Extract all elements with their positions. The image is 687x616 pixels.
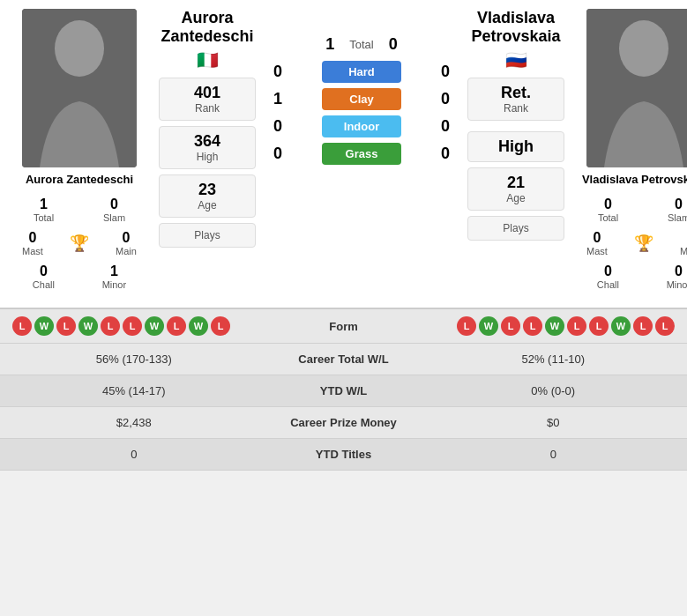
form-badge-l: L: [101, 316, 120, 336]
left-total-score: 1: [321, 35, 339, 54]
stats-left-2: $2,438: [12, 416, 256, 429]
form-badge-w: W: [78, 316, 98, 336]
indoor-row: 0 Indoor 0: [269, 115, 454, 137]
right-minor-stat: 0 Minor: [667, 263, 687, 290]
right-age-box: 21 Age: [467, 167, 564, 211]
right-player-name: Vladislava Petrovskaia: [582, 173, 687, 186]
form-badge-w: W: [34, 316, 54, 336]
form-badge-l: L: [56, 316, 76, 336]
svg-point-1: [55, 20, 104, 77]
stats-center-2: Career Prize Money: [256, 416, 432, 429]
right-high-box: High: [467, 131, 564, 162]
left-rank-label: Rank: [168, 102, 246, 115]
form-badge-w: W: [145, 316, 164, 336]
left-player-name: Aurora Zantedeschi: [26, 173, 133, 186]
left-player-avatar: [22, 9, 137, 167]
svg-point-3: [619, 20, 668, 77]
left-chall-stat: 0 Chall: [33, 263, 55, 290]
right-player-card: Vladislava Petrovskaia 0 Total 0 Slam 0: [573, 9, 687, 290]
right-trophy-row: 0 Mast 🏆 0 Main: [573, 230, 687, 256]
form-badge-w: W: [189, 316, 208, 336]
form-badge-w: W: [611, 316, 631, 336]
form-badge-l: L: [167, 316, 186, 336]
form-badge-l: L: [589, 316, 609, 336]
right-center-name: Vladislava Petrovskaia: [467, 9, 564, 46]
bottom-section: LWLWLLWLWL Form LWLLWLLWLL 56% (170-133)…: [0, 308, 687, 471]
main-container: Aurora Zantedeschi 1 Total 0 Slam 0 Mas: [0, 0, 687, 471]
form-badge-l: L: [523, 316, 542, 336]
right-slam-stat: 0 Slam: [668, 197, 687, 223]
stats-center-3: YTD Titles: [256, 448, 432, 461]
clay-left-score: 1: [269, 90, 287, 108]
left-bottom-stats: 0 Chall 1 Minor: [9, 263, 150, 290]
right-bottom-stats: 0 Chall 0 Minor: [573, 263, 687, 290]
left-minor-stat: 1 Minor: [102, 263, 127, 290]
left-flag: 🇮🇹: [197, 49, 219, 71]
total-label: Total: [349, 38, 373, 51]
right-plays-box: Plays: [467, 216, 564, 241]
left-rank-value: 401: [168, 84, 246, 102]
right-player-avatar: [586, 9, 687, 167]
left-high-box: 364 High: [159, 126, 256, 169]
left-main-stat: 0 Main: [116, 230, 137, 256]
right-chall-stat: 0 Chall: [597, 263, 619, 290]
stats-center-0: Career Total W/L: [256, 353, 432, 366]
hard-left-score: 0: [269, 63, 287, 81]
grass-button[interactable]: Grass: [322, 143, 401, 165]
right-rank-value: Ret.: [477, 84, 555, 102]
hard-button[interactable]: Hard: [322, 61, 401, 83]
left-slam-stat: 0 Slam: [103, 197, 125, 223]
right-main-stat: 0 Main: [680, 230, 687, 256]
form-badge-l: L: [501, 316, 520, 336]
form-badge-l: L: [457, 316, 476, 336]
stats-row-2: $2,438 Career Prize Money $0: [0, 407, 687, 439]
form-badge-l: L: [211, 316, 230, 336]
stats-row-3: 0 YTD Titles 0: [0, 439, 687, 471]
hard-right-score: 0: [437, 63, 454, 81]
stats-left-1: 45% (14-17): [12, 384, 256, 397]
form-badge-l: L: [123, 316, 142, 336]
left-age-box: 23 Age: [159, 174, 256, 218]
clay-right-score: 0: [437, 90, 454, 108]
right-mast-stat: 0 Mast: [586, 230, 608, 256]
form-badge-l: L: [633, 316, 653, 336]
right-plays-label: Plays: [477, 222, 555, 234]
right-total-score: 0: [385, 35, 402, 54]
stats-right-0: 52% (11-10): [432, 353, 676, 366]
grass-row: 0 Grass 0: [269, 143, 454, 165]
right-center-panel: Vladislava Petrovskaia 🇷🇺 Ret. Rank High…: [459, 9, 573, 290]
left-trophy-icon: 🏆: [70, 234, 89, 253]
grass-right-score: 0: [437, 145, 454, 163]
top-section: Aurora Zantedeschi 1 Total 0 Slam 0 Mas: [0, 0, 687, 299]
form-badge-w: W: [479, 316, 498, 336]
right-rank-label: Rank: [477, 102, 555, 115]
stats-center-1: YTD W/L: [256, 384, 432, 397]
left-high-value: 364: [168, 132, 246, 151]
indoor-button[interactable]: Indoor: [322, 115, 401, 137]
left-age-value: 23: [168, 181, 246, 199]
left-plays-box: Plays: [159, 223, 256, 248]
left-trophy-row: 0 Mast 🏆 0 Main: [9, 230, 150, 256]
right-player-stats: 0 Total 0 Slam 0 Mast 🏆 0: [573, 189, 687, 290]
stats-rows: 56% (170-133) Career Total W/L 52% (11-1…: [0, 344, 687, 471]
left-center-name: Aurora Zantedeschi: [159, 9, 256, 46]
clay-button[interactable]: Clay: [322, 88, 401, 110]
right-trophy-icon: 🏆: [634, 234, 653, 253]
right-rank-box: Ret. Rank: [467, 78, 564, 121]
left-rank-box: 401 Rank: [159, 78, 256, 121]
hard-row: 0 Hard 0: [269, 61, 454, 83]
left-mast-stat: 0 Mast: [22, 230, 43, 256]
left-player-card: Aurora Zantedeschi 1 Total 0 Slam 0 Mas: [9, 9, 150, 290]
form-badge-l: L: [12, 316, 32, 336]
match-center: 1 Total 0 0 Hard 0 1 Clay 0 0 Indoor 0 0: [265, 9, 459, 290]
stats-row-1: 45% (14-17) YTD W/L 0% (0-0): [0, 375, 687, 407]
left-plays-label: Plays: [168, 229, 246, 241]
left-player-stats: 1 Total 0 Slam 0 Mast 🏆 0: [9, 189, 150, 290]
form-row: LWLWLLWLWL Form LWLLWLLWLL: [0, 309, 687, 344]
left-form-badges: LWLWLLWLWL: [12, 316, 291, 336]
stats-row-0: 56% (170-133) Career Total W/L 52% (11-1…: [0, 344, 687, 375]
stats-right-2: $0: [432, 416, 676, 429]
clay-row: 1 Clay 0: [269, 88, 454, 110]
right-age-value: 21: [477, 174, 555, 192]
form-badge-l: L: [655, 316, 675, 336]
